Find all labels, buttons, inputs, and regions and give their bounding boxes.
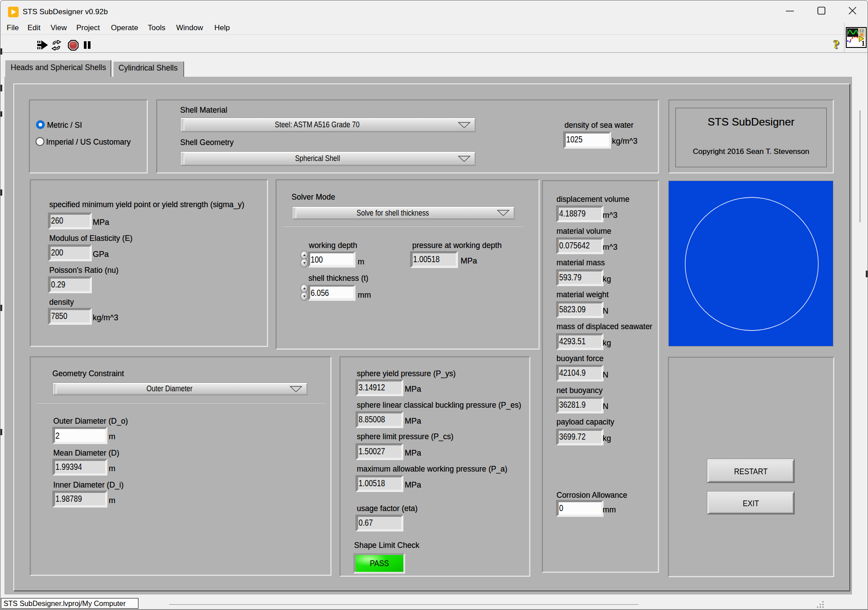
svg-text:?: ? (833, 38, 839, 51)
svg-text:1: 1 (861, 39, 865, 47)
